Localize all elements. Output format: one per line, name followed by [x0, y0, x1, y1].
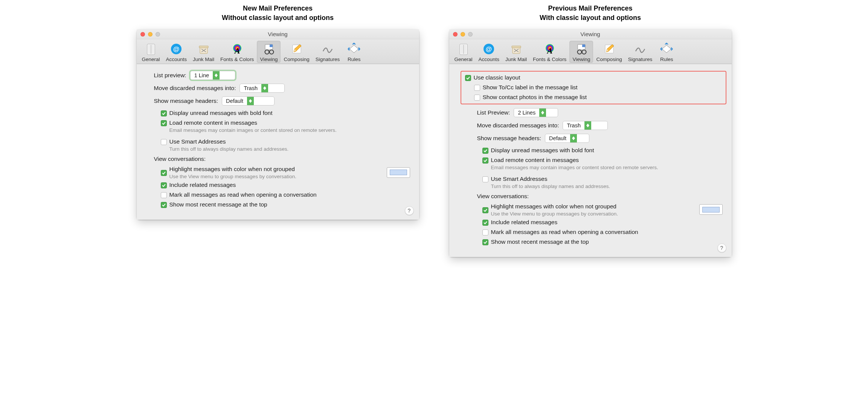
display-unread-checkbox[interactable]: [161, 110, 167, 116]
fonts-icon: A: [543, 42, 557, 56]
signatures-icon: [321, 42, 334, 56]
zoom-button[interactable]: [156, 32, 160, 37]
composing-icon: [603, 42, 616, 56]
highlight-checkbox[interactable]: [482, 207, 488, 213]
tab-junk-mail[interactable]: Junk Mail: [502, 41, 530, 63]
tab-accounts[interactable]: @ Accounts: [476, 41, 503, 63]
highlight-hint: Use the View menu to group messages by c…: [169, 174, 381, 179]
svg-marker-20: [215, 75, 218, 77]
load-remote-hint: Email messages may contain images or con…: [169, 127, 337, 133]
show-headers-select[interactable]: Default: [222, 96, 275, 105]
view-conversations-label: View conversations:: [154, 156, 410, 162]
svg-point-13: [265, 50, 269, 54]
show-recent-top-checkbox[interactable]: [482, 239, 488, 245]
display-unread-label: Display unread messages with bold font: [491, 147, 594, 154]
tab-composing[interactable]: Composing: [281, 41, 312, 63]
show-headers-select[interactable]: Default: [545, 134, 589, 143]
highlight-color-swatch[interactable]: [387, 167, 410, 178]
highlight-checkbox[interactable]: [161, 170, 167, 176]
show-recent-top-label: Show most recent message at the top: [491, 238, 589, 246]
mark-all-read-label: Mark all messages as read when opening a…: [491, 228, 638, 236]
tab-viewing[interactable]: Viewing: [569, 41, 593, 63]
list-preview-label: List Preview:: [477, 109, 510, 116]
list-preview-select[interactable]: 2 Lines: [514, 108, 558, 117]
load-remote-checkbox[interactable]: [482, 157, 488, 164]
display-unread-label: Display unread messages with bold font: [169, 109, 273, 117]
tab-label: Junk Mail: [193, 57, 214, 62]
svg-text:@: @: [486, 46, 492, 53]
display-unread-checkbox[interactable]: [482, 148, 488, 154]
svg-rect-12: [270, 44, 273, 47]
tab-composing[interactable]: Composing: [593, 41, 625, 63]
tab-viewing[interactable]: Viewing: [257, 41, 281, 63]
general-icon: [457, 42, 470, 56]
rules-icon: [347, 42, 361, 56]
highlight-color-swatch[interactable]: [699, 204, 723, 215]
select-stepper-icon: [261, 84, 268, 92]
highlight-label: Highlight messages with color when not g…: [491, 203, 694, 211]
help-icon: ?: [408, 208, 411, 214]
tab-fonts-colors[interactable]: A Fonts & Colors: [217, 41, 257, 63]
move-discarded-select[interactable]: Trash: [563, 121, 608, 130]
highlight-label: Highlight messages with color when not g…: [169, 165, 381, 173]
caption-line2: Without classic layout and options: [222, 14, 334, 21]
tab-signatures[interactable]: Signatures: [313, 41, 343, 63]
help-icon: ?: [720, 245, 723, 251]
tab-general[interactable]: General: [139, 41, 163, 63]
smart-addresses-checkbox[interactable]: [161, 139, 167, 145]
composing-icon: [290, 42, 304, 56]
zoom-button[interactable]: [468, 32, 473, 37]
tab-general[interactable]: General: [452, 41, 476, 63]
tab-label: Accounts: [166, 57, 187, 62]
tab-label: Viewing: [260, 57, 278, 62]
include-related-checkbox[interactable]: [161, 182, 167, 188]
tab-rules[interactable]: Rules: [655, 41, 678, 63]
tab-label: General: [142, 57, 160, 62]
caption-line2: With classic layout and options: [540, 14, 641, 21]
smart-addresses-hint: Turn this off to always display names an…: [169, 146, 289, 152]
smart-addresses-checkbox[interactable]: [482, 176, 488, 182]
tab-label: Composing: [596, 57, 622, 62]
show-to-cc-checkbox[interactable]: [474, 85, 480, 91]
tab-signatures[interactable]: Signatures: [625, 41, 656, 63]
load-remote-checkbox[interactable]: [161, 120, 167, 126]
tab-junk-mail[interactable]: Junk Mail: [190, 41, 217, 63]
mark-all-read-checkbox[interactable]: [161, 192, 167, 198]
move-discarded-select[interactable]: Trash: [240, 84, 285, 93]
smart-addresses-label: Use Smart Addresses: [169, 138, 289, 146]
select-value: 2 Lines: [514, 110, 539, 116]
preferences-toolbar: General @ Accounts Junk Mail: [137, 39, 419, 64]
list-preview-select[interactable]: 1 Line: [190, 71, 235, 80]
highlight-hint: Use the View menu to group messages by c…: [491, 211, 694, 217]
include-related-checkbox[interactable]: [482, 220, 488, 226]
accounts-icon: @: [482, 42, 496, 56]
close-button[interactable]: [453, 32, 458, 37]
include-related-label: Include related messages: [169, 181, 236, 189]
show-recent-top-checkbox[interactable]: [161, 202, 167, 208]
tab-accounts[interactable]: @ Accounts: [163, 41, 190, 63]
list-preview-label: List preview:: [154, 72, 186, 79]
close-button[interactable]: [140, 32, 145, 37]
help-button[interactable]: ?: [717, 243, 726, 252]
show-photos-label: Show contact photos in the message list: [483, 93, 587, 101]
minimize-button[interactable]: [148, 32, 153, 37]
tab-label: Viewing: [572, 57, 590, 62]
use-classic-checkbox[interactable]: [465, 75, 471, 81]
tab-rules[interactable]: Rules: [343, 41, 365, 63]
mark-all-read-checkbox[interactable]: [482, 229, 488, 235]
help-button[interactable]: ?: [405, 206, 414, 215]
tab-label: Accounts: [479, 57, 500, 62]
svg-point-38: [577, 50, 581, 54]
select-value: Default: [545, 135, 570, 141]
minimize-button[interactable]: [461, 32, 465, 37]
load-remote-label: Load remote content in messages: [169, 119, 337, 127]
left-window: Viewing General @ Accounts: [137, 29, 419, 219]
select-stepper-icon: [570, 134, 577, 142]
caption-line1: Previous Mail Preferences: [548, 5, 632, 12]
select-stepper-icon: [247, 97, 254, 105]
show-photos-checkbox[interactable]: [474, 95, 480, 101]
tab-fonts-colors[interactable]: A Fonts & Colors: [530, 41, 569, 63]
classic-layout-highlight: Use classic layout Show To/Cc label in t…: [461, 71, 726, 104]
viewing-icon: [575, 42, 588, 56]
titlebar: Viewing: [449, 29, 732, 39]
